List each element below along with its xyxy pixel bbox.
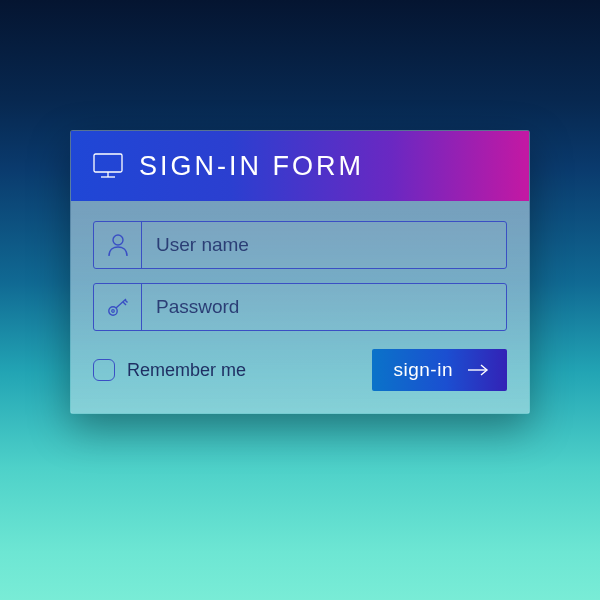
svg-rect-0 xyxy=(94,154,122,172)
svg-point-4 xyxy=(108,307,116,315)
signin-button-label: sign-in xyxy=(394,359,453,381)
svg-line-8 xyxy=(125,300,128,303)
card-header: SIGN-IN FORM xyxy=(71,131,529,201)
username-input[interactable] xyxy=(142,222,506,268)
svg-point-3 xyxy=(113,235,123,245)
footer-row: Remember me sign-in xyxy=(93,349,507,391)
arrow-right-icon xyxy=(467,364,489,376)
password-input[interactable] xyxy=(142,284,506,330)
password-field[interactable] xyxy=(93,283,507,331)
signin-card: SIGN-IN FORM xyxy=(70,130,530,414)
username-field[interactable] xyxy=(93,221,507,269)
user-icon xyxy=(94,222,142,268)
monitor-icon xyxy=(93,153,123,179)
remember-checkbox[interactable] xyxy=(93,359,115,381)
svg-line-7 xyxy=(123,302,126,305)
key-icon xyxy=(94,284,142,330)
signin-button[interactable]: sign-in xyxy=(372,349,507,391)
card-body: Remember me sign-in xyxy=(71,201,529,413)
remember-label: Remember me xyxy=(127,360,246,381)
form-title: SIGN-IN FORM xyxy=(139,151,364,182)
remember-me[interactable]: Remember me xyxy=(93,359,246,381)
svg-point-5 xyxy=(111,310,114,313)
